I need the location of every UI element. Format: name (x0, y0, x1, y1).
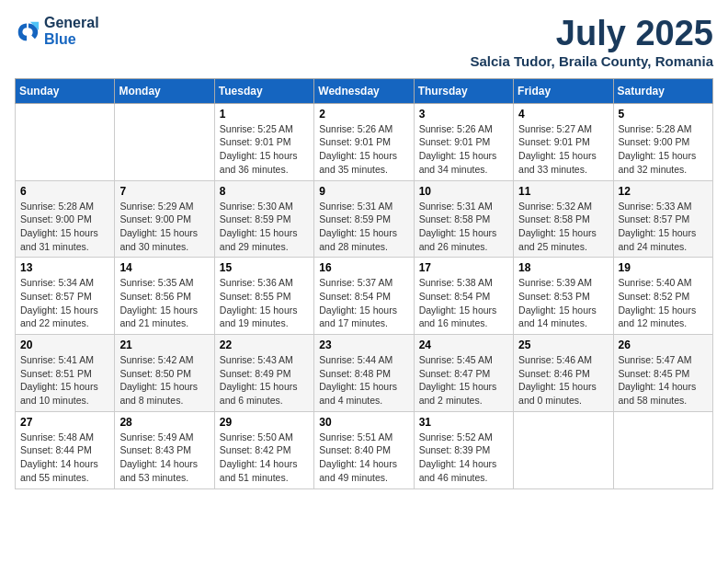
day-info: Sunrise: 5:49 AMSunset: 8:43 PMDaylight:… (119, 431, 209, 485)
table-row: 10Sunrise: 5:31 AMSunset: 8:58 PMDayligh… (414, 180, 513, 258)
day-number: 14 (119, 261, 209, 274)
day-number: 24 (419, 339, 508, 351)
day-number: 4 (518, 108, 608, 121)
location-subtitle: Salcia Tudor, Braila County, Romania (471, 53, 714, 69)
table-row: 8Sunrise: 5:30 AMSunset: 8:59 PMDaylight… (214, 180, 313, 258)
day-info: Sunrise: 5:41 AMSunset: 8:51 PMDaylight:… (20, 353, 109, 408)
day-info: Sunrise: 5:29 AMSunset: 9:00 PMDaylight:… (119, 200, 209, 254)
day-number: 5 (619, 108, 708, 121)
table-row: 1Sunrise: 5:25 AMSunset: 9:01 PMDaylight… (214, 103, 313, 180)
day-number: 28 (119, 416, 209, 429)
table-row: 4Sunrise: 5:27 AMSunset: 9:01 PMDaylight… (514, 103, 613, 180)
day-info: Sunrise: 5:43 AMSunset: 8:49 PMDaylight:… (220, 353, 309, 408)
logo-icon (15, 18, 40, 44)
day-info: Sunrise: 5:37 AMSunset: 8:54 PMDaylight:… (319, 276, 408, 330)
day-number: 26 (619, 339, 708, 351)
day-number: 31 (419, 416, 508, 429)
day-number: 25 (518, 339, 608, 351)
calendar-table: Sunday Monday Tuesday Wednesday Thursday… (15, 78, 713, 489)
day-info: Sunrise: 5:38 AMSunset: 8:54 PMDaylight:… (419, 276, 508, 330)
day-info: Sunrise: 5:34 AMSunset: 8:57 PMDaylight:… (20, 276, 109, 330)
table-row: 23Sunrise: 5:44 AMSunset: 8:48 PMDayligh… (314, 335, 414, 412)
day-info: Sunrise: 5:48 AMSunset: 8:44 PMDaylight:… (20, 431, 109, 485)
calendar-header-row: Sunday Monday Tuesday Wednesday Thursday… (16, 78, 713, 103)
day-info: Sunrise: 5:52 AMSunset: 8:39 PMDaylight:… (419, 431, 508, 485)
day-number: 2 (319, 108, 408, 121)
day-number: 13 (20, 261, 109, 274)
calendar-week-row: 27Sunrise: 5:48 AMSunset: 8:44 PMDayligh… (16, 411, 713, 488)
day-number: 29 (220, 416, 309, 429)
day-number: 19 (619, 261, 708, 274)
day-info: Sunrise: 5:31 AMSunset: 8:59 PMDaylight:… (319, 200, 408, 254)
table-row: 6Sunrise: 5:28 AMSunset: 9:00 PMDaylight… (16, 180, 115, 258)
table-row: 22Sunrise: 5:43 AMSunset: 8:49 PMDayligh… (214, 335, 313, 412)
logo: General Blue (15, 15, 99, 47)
day-number: 18 (518, 261, 608, 274)
table-row: 21Sunrise: 5:42 AMSunset: 8:50 PMDayligh… (115, 335, 214, 412)
table-row (16, 103, 115, 180)
header-monday: Monday (115, 78, 214, 103)
day-number: 22 (220, 339, 309, 351)
table-row: 17Sunrise: 5:38 AMSunset: 8:54 PMDayligh… (414, 258, 513, 335)
day-info: Sunrise: 5:27 AMSunset: 9:01 PMDaylight:… (518, 122, 608, 177)
day-number: 15 (220, 261, 309, 274)
header-wednesday: Wednesday (314, 78, 414, 103)
day-number: 11 (518, 185, 608, 198)
table-row: 2Sunrise: 5:26 AMSunset: 9:01 PMDaylight… (314, 103, 414, 180)
table-row: 30Sunrise: 5:51 AMSunset: 8:40 PMDayligh… (314, 411, 414, 488)
day-info: Sunrise: 5:26 AMSunset: 9:01 PMDaylight:… (319, 122, 408, 177)
table-row: 13Sunrise: 5:34 AMSunset: 8:57 PMDayligh… (16, 258, 115, 335)
table-row: 11Sunrise: 5:32 AMSunset: 8:58 PMDayligh… (514, 180, 613, 258)
day-number: 1 (220, 108, 309, 121)
day-number: 8 (220, 185, 309, 198)
day-number: 7 (119, 185, 209, 198)
day-info: Sunrise: 5:33 AMSunset: 8:57 PMDaylight:… (619, 200, 708, 254)
table-row: 7Sunrise: 5:29 AMSunset: 9:00 PMDaylight… (115, 180, 214, 258)
day-info: Sunrise: 5:35 AMSunset: 8:56 PMDaylight:… (119, 276, 209, 330)
day-number: 16 (319, 261, 408, 274)
header-saturday: Saturday (613, 78, 712, 103)
table-row: 12Sunrise: 5:33 AMSunset: 8:57 PMDayligh… (613, 180, 712, 258)
day-info: Sunrise: 5:28 AMSunset: 9:00 PMDaylight:… (20, 200, 109, 254)
calendar-week-row: 13Sunrise: 5:34 AMSunset: 8:57 PMDayligh… (16, 258, 713, 335)
calendar-week-row: 20Sunrise: 5:41 AMSunset: 8:51 PMDayligh… (16, 335, 713, 412)
day-number: 3 (419, 108, 508, 121)
day-info: Sunrise: 5:47 AMSunset: 8:45 PMDaylight:… (619, 353, 708, 408)
day-info: Sunrise: 5:42 AMSunset: 8:50 PMDaylight:… (119, 353, 209, 408)
day-info: Sunrise: 5:31 AMSunset: 8:58 PMDaylight:… (419, 200, 508, 254)
day-number: 23 (319, 339, 408, 351)
table-row: 9Sunrise: 5:31 AMSunset: 8:59 PMDaylight… (314, 180, 414, 258)
day-info: Sunrise: 5:25 AMSunset: 9:01 PMDaylight:… (220, 122, 309, 177)
title-block: July 2025 Salcia Tudor, Braila County, R… (471, 15, 714, 69)
day-info: Sunrise: 5:28 AMSunset: 9:00 PMDaylight:… (619, 122, 708, 177)
day-info: Sunrise: 5:40 AMSunset: 8:52 PMDaylight:… (619, 276, 708, 330)
day-info: Sunrise: 5:44 AMSunset: 8:48 PMDaylight:… (319, 353, 408, 408)
table-row: 31Sunrise: 5:52 AMSunset: 8:39 PMDayligh… (414, 411, 513, 488)
logo-text: General Blue (44, 15, 99, 47)
table-row: 26Sunrise: 5:47 AMSunset: 8:45 PMDayligh… (613, 335, 712, 412)
table-row: 25Sunrise: 5:46 AMSunset: 8:46 PMDayligh… (514, 335, 613, 412)
table-row: 15Sunrise: 5:36 AMSunset: 8:55 PMDayligh… (214, 258, 313, 335)
day-number: 12 (619, 185, 708, 198)
day-info: Sunrise: 5:46 AMSunset: 8:46 PMDaylight:… (518, 353, 608, 408)
table-row: 29Sunrise: 5:50 AMSunset: 8:42 PMDayligh… (214, 411, 313, 488)
calendar-week-row: 6Sunrise: 5:28 AMSunset: 9:00 PMDaylight… (16, 180, 713, 258)
table-row (613, 411, 712, 488)
day-info: Sunrise: 5:51 AMSunset: 8:40 PMDaylight:… (319, 431, 408, 485)
day-info: Sunrise: 5:32 AMSunset: 8:58 PMDaylight:… (518, 200, 608, 254)
header-thursday: Thursday (414, 78, 513, 103)
table-row (115, 103, 214, 180)
header-tuesday: Tuesday (214, 78, 313, 103)
page-header: General Blue July 2025 Salcia Tudor, Bra… (15, 15, 713, 69)
table-row: 19Sunrise: 5:40 AMSunset: 8:52 PMDayligh… (613, 258, 712, 335)
day-number: 20 (20, 339, 109, 351)
table-row: 3Sunrise: 5:26 AMSunset: 9:01 PMDaylight… (414, 103, 513, 180)
table-row: 27Sunrise: 5:48 AMSunset: 8:44 PMDayligh… (16, 411, 115, 488)
day-number: 6 (20, 185, 109, 198)
day-info: Sunrise: 5:50 AMSunset: 8:42 PMDaylight:… (220, 431, 309, 485)
month-title: July 2025 (471, 15, 714, 53)
day-info: Sunrise: 5:45 AMSunset: 8:47 PMDaylight:… (419, 353, 508, 408)
day-number: 27 (20, 416, 109, 429)
day-info: Sunrise: 5:36 AMSunset: 8:55 PMDaylight:… (220, 276, 309, 330)
table-row: 16Sunrise: 5:37 AMSunset: 8:54 PMDayligh… (314, 258, 414, 335)
